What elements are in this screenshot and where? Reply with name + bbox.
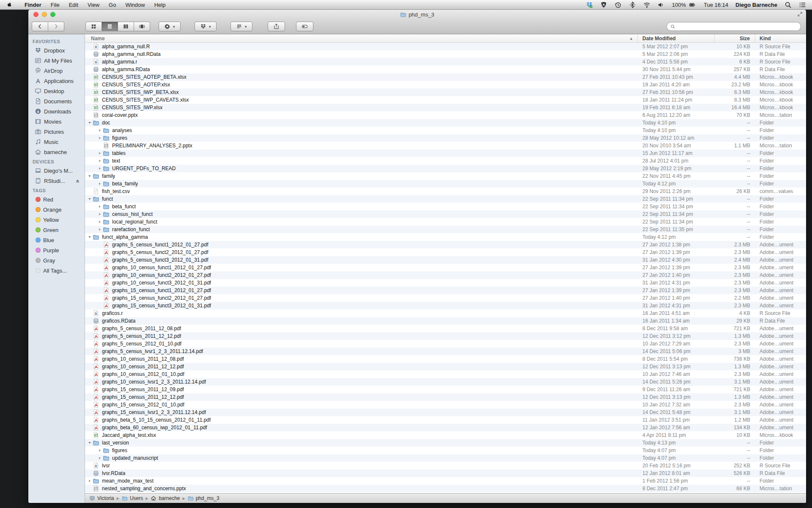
table-row[interactable]: family22 Nov 2011 4:45 pm--Folder: [85, 172, 806, 180]
sidebar-item-orange[interactable]: Orange: [28, 204, 85, 215]
breadcrumb-phd-ms-3[interactable]: phd_ms_3: [188, 495, 219, 501]
table-row[interactable]: CENSUS_SITES_AOTEP.xlsx19 Jan 2011 4:20 …: [85, 81, 806, 88]
breadcrumb-barneche[interactable]: barneche: [151, 495, 180, 501]
view-columns-button[interactable]: [118, 22, 134, 31]
disclosure-right-icon[interactable]: [97, 136, 103, 140]
sidebar-item-rstudi-[interactable]: RStudi...: [28, 176, 85, 186]
table-row[interactable]: graphs_5_census_funct3_2012_01_31.pdf31 …: [85, 256, 806, 264]
sidebar-item-diego-s-m-[interactable]: Diego's M...: [28, 166, 85, 176]
menu-item-view[interactable]: View: [83, 0, 104, 9]
table-row[interactable]: beta_familyToday 4:12 pm--Folder: [85, 180, 806, 188]
view-icons-button[interactable]: [85, 22, 102, 31]
table-row[interactable]: docToday 4:10 pm--Folder: [85, 119, 806, 127]
table-row[interactable]: tables15 Jun 2012 11:17 am--Folder: [85, 149, 806, 157]
search-input[interactable]: [678, 23, 797, 30]
disclosure-right-icon[interactable]: [97, 212, 103, 216]
menu-item-window[interactable]: Window: [121, 0, 149, 9]
disclosure-down-icon[interactable]: [87, 235, 93, 239]
title-bar[interactable]: phd_ms_3: [28, 9, 806, 19]
table-row[interactable]: figuresToday 4:07 pm--Folder: [85, 447, 806, 454]
table-row[interactable]: CENSUS_SITES_IWP_CAVEATS.xlsx18 Jan 2011…: [85, 96, 806, 104]
table-row[interactable]: graphs_10_census_funct1_2012_01_27.pdf27…: [85, 264, 806, 271]
menu-item-file[interactable]: File: [46, 0, 64, 9]
edit-tags-button[interactable]: [296, 22, 313, 31]
menu-item-go[interactable]: Go: [104, 0, 121, 9]
disclosure-right-icon[interactable]: [97, 456, 103, 460]
disclosure-right-icon[interactable]: [97, 182, 103, 186]
disclosure-right-icon[interactable]: [97, 204, 103, 209]
disclosure-right-icon[interactable]: [97, 151, 103, 155]
time-machine-menu-icon[interactable]: [614, 1, 622, 8]
notification-center-icon[interactable]: [799, 1, 806, 8]
disclosure-right-icon[interactable]: [97, 128, 103, 133]
sidebar-item-all-tags-[interactable]: All Tags...: [28, 265, 85, 276]
menu-clock[interactable]: Tue 16:14: [704, 2, 728, 8]
table-row[interactable]: graphs_10_census_funct3_2012_01_31.pdf31…: [85, 279, 806, 287]
table-row[interactable]: funct22 Sep 2011 11:34 pm--Folder: [85, 195, 806, 203]
table-row[interactable]: beta_funct22 Sep 2011 11:34 pm--Folder: [85, 203, 806, 210]
sidebar-item-yellow[interactable]: Yellow: [28, 215, 85, 225]
forward-button[interactable]: [48, 22, 64, 31]
table-row[interactable]: Ralpha_gamma.r4 Dec 2011 5:58 pm6 KBR So…: [85, 58, 806, 66]
table-row[interactable]: figures28 May 2012 10:12 am--Folder: [85, 134, 806, 142]
apple-menu[interactable]: [6, 2, 12, 8]
breadcrumb-victoria[interactable]: Victoria: [89, 495, 114, 501]
table-row[interactable]: lvsr.RData12 Jan 2012 8:01 am526 KBR Dat…: [85, 469, 806, 477]
menu-item-finder[interactable]: Finder: [20, 0, 46, 9]
table-row[interactable]: CENSUS_SITES_IWP.xlsx19 Feb 2011 6:18 am…: [85, 104, 806, 111]
dropbox-menu-button[interactable]: ▾: [195, 22, 217, 31]
table-row[interactable]: Rlvsr20 Feb 2012 5:16 pm252 KBR Source F…: [85, 462, 806, 469]
sidebar-item-music[interactable]: Music: [28, 137, 85, 147]
bluetooth-menu-icon[interactable]: [629, 1, 636, 8]
table-row[interactable]: graphs_15_census_funct2_2012_01_27.pdf27…: [85, 294, 806, 302]
sidebar-item-purple[interactable]: Purple: [28, 245, 85, 255]
table-row[interactable]: graphs_15_census_2011_12_09.pdf9 Dec 201…: [85, 386, 806, 393]
table-row[interactable]: Rgraficos.r16 Jan 2011 4:51 am4 KBR Sour…: [85, 309, 806, 317]
sidebar-item-movies[interactable]: Movies: [28, 116, 85, 127]
table-row[interactable]: funct_alpha_gammaToday 4:12 pm--Folder: [85, 233, 806, 241]
disclosure-right-icon[interactable]: [97, 159, 103, 163]
volume-menu-icon[interactable]: [658, 1, 665, 8]
sidebar-item-red[interactable]: Red: [28, 194, 85, 204]
menu-item-edit[interactable]: Edit: [64, 0, 83, 9]
table-row[interactable]: nested_sampling_and_concerns.pptx8 Dec 2…: [85, 485, 806, 492]
battery-indicator[interactable]: 100%: [672, 2, 697, 8]
disclosure-down-icon[interactable]: [87, 197, 93, 201]
disclosure-down-icon[interactable]: [87, 174, 93, 178]
sidebar-item-downloads[interactable]: Downloads: [28, 106, 85, 116]
arrange-menu-button[interactable]: ▾: [230, 22, 252, 31]
table-row[interactable]: graphs_15_census_funct3_2012_01_31.pdf31…: [85, 302, 806, 309]
disclosure-down-icon[interactable]: [87, 121, 93, 125]
fullscreen-icon[interactable]: [797, 11, 803, 19]
breadcrumb-users[interactable]: Users: [122, 495, 143, 501]
table-row[interactable]: graphs_5_census_lvsr1_2_3_2011.12.14.pdf…: [85, 348, 806, 355]
table-row[interactable]: graphs_10_census_2012_01_10.pdf10 Jan 20…: [85, 370, 806, 378]
dropbox-menu-icon[interactable]: [586, 1, 593, 8]
table-row[interactable]: graphs_15_census_lvsr1_2_3_2011.12.14.pd…: [85, 409, 806, 416]
table-row[interactable]: alpha_gamma.RData30 Nov 2011 5:44 pm257 …: [85, 66, 806, 73]
column-header-date-modified[interactable]: Date Modified: [638, 34, 715, 42]
disclosure-right-icon[interactable]: [87, 479, 93, 483]
table-row[interactable]: PRELIMINARY_ANALYSES_2.pptx20 Nov 2010 3…: [85, 142, 806, 149]
table-row[interactable]: local_regional_funct22 Sep 2011 11:34 pm…: [85, 218, 806, 226]
fast-user-switch-menu[interactable]: Diego Barneche: [735, 2, 777, 8]
table-row[interactable]: analysesToday 4:10 pm--Folder: [85, 127, 806, 134]
menu-item-help[interactable]: Help: [150, 0, 170, 9]
disclosure-right-icon[interactable]: [97, 166, 103, 171]
table-row[interactable]: graficos.RData16 Jan 2011 1:34 am29 KBR …: [85, 317, 806, 325]
search-field[interactable]: [667, 22, 801, 31]
sidebar-item-desktop[interactable]: Desktop: [28, 86, 85, 96]
table-row[interactable]: Jaccard_alpha_test.xlsx4 Apr 2011 8:11 p…: [85, 431, 806, 439]
column-header-kind[interactable]: Kind: [755, 34, 806, 42]
table-row[interactable]: graphs_5_census_2011_12_08.pdf8 Dec 2011…: [85, 325, 806, 332]
view-coverflow-button[interactable]: [134, 22, 150, 31]
table-row[interactable]: graphs_beta_60_census_iwp_2012_01_11.pdf…: [85, 424, 806, 431]
table-row[interactable]: census_hist_funct22 Sep 2011 11:34 pm--F…: [85, 210, 806, 218]
disclosure-right-icon[interactable]: [97, 448, 103, 453]
table-row[interactable]: URGENT_PDFs_TO_READ28 May 2012 2:19 pm--…: [85, 165, 806, 172]
table-row[interactable]: graphs_10_census_2011_12_12.pdf12 Dec 20…: [85, 363, 806, 370]
column-header-name[interactable]: Name ▲: [85, 34, 638, 42]
table-row[interactable]: graphs_beta_5_10_15_census_2012_01_11.pd…: [85, 416, 806, 424]
table-row[interactable]: last_versionToday 4:13 pm--Folder: [85, 439, 806, 447]
sidebar-item-pictures[interactable]: Pictures: [28, 127, 85, 137]
